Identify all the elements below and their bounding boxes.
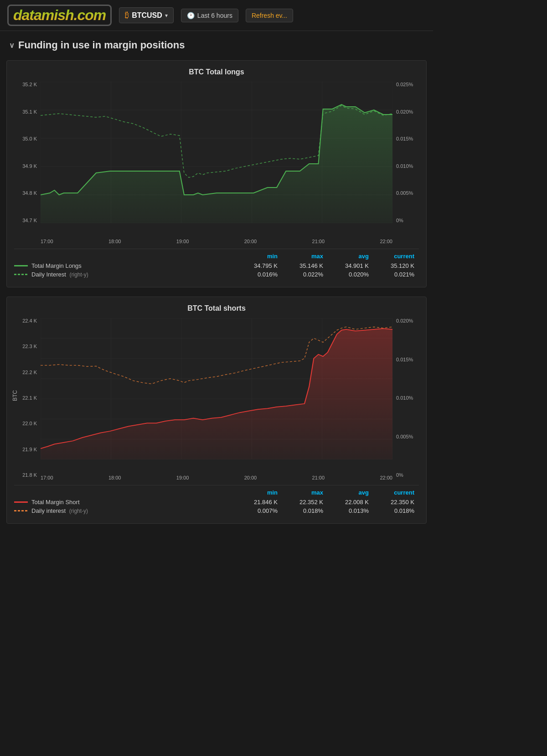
longs-chart-title: BTC Total longs	[14, 68, 419, 76]
shorts-s1-max: 22.352 K	[282, 499, 328, 506]
shorts-s1-min: 21.846 K	[237, 499, 282, 506]
shorts-header-max: max	[278, 489, 323, 496]
shorts-line-solid	[14, 501, 28, 503]
longs-s1-min: 34.795 K	[237, 262, 282, 269]
header: datamish.com ₿ BTCUSD ▾ 🕐 Last 6 hours R…	[0, 0, 433, 31]
longs-series-2-name: Daily Interest (right-y)	[31, 271, 237, 278]
chevron-icon[interactable]: ∨	[9, 41, 15, 50]
longs-s1-avg: 34.901 K	[328, 262, 373, 269]
longs-line-dashed	[14, 274, 28, 275]
shorts-chart-svg	[41, 318, 392, 478]
dropdown-arrow-icon: ▾	[165, 12, 168, 19]
longs-line-solid	[14, 265, 28, 266]
shorts-chart-area: BTC 22.4 K 22.3 K 22.2 K 22.1 K 22.0 K 2…	[14, 318, 419, 473]
shorts-series-1-values: 21.846 K 22.352 K 22.008 K 22.350 K	[237, 499, 419, 506]
pair-selector[interactable]: ₿ BTCUSD ▾	[119, 7, 174, 23]
shorts-s2-current: 0.018%	[373, 507, 419, 514]
longs-series-2-values: 0.016% 0.022% 0.020% 0.021%	[237, 271, 419, 278]
shorts-series-2-values: 0.007% 0.018% 0.013% 0.018%	[237, 507, 419, 514]
longs-chart-svg	[41, 82, 392, 223]
longs-series-1-name: Total Margin Longs	[31, 262, 237, 269]
longs-s2-min: 0.016%	[237, 271, 282, 278]
section-title: ∨ Funding in use in margin positions	[0, 31, 433, 56]
shorts-header-min: min	[232, 489, 278, 496]
longs-header-max: max	[278, 253, 323, 260]
longs-y-axis-left: 35.2 K 35.1 K 35.0 K 34.9 K 34.8 K 34.7 …	[14, 82, 41, 223]
longs-y-axis-right: 0.025% 0.020% 0.015% 0.010% 0.005% 0%	[392, 82, 419, 223]
longs-row-1: Total Margin Longs 34.795 K 35.146 K 34.…	[14, 262, 419, 269]
longs-chart-container: BTC Total longs 35.2 K 35.1 K 35.0 K 34.…	[6, 60, 427, 287]
longs-legend-header: min max avg current	[14, 253, 419, 260]
shorts-legend: min max avg current Total Margin Short 2…	[14, 485, 419, 514]
shorts-s1-avg: 22.008 K	[328, 499, 373, 506]
shorts-row-1: Total Margin Short 21.846 K 22.352 K 22.…	[14, 499, 419, 506]
shorts-y-axis-right: 0.020% 0.015% 0.010% 0.005% 0%	[392, 318, 419, 478]
shorts-legend-header: min max avg current	[14, 489, 419, 496]
shorts-s2-min: 0.007%	[237, 507, 282, 514]
shorts-series-1-name: Total Margin Short	[31, 499, 237, 506]
longs-header-current: current	[369, 253, 414, 260]
time-label: Last 6 hours	[197, 12, 232, 19]
longs-header-min: min	[232, 253, 278, 260]
longs-chart-area: 35.2 K 35.1 K 35.0 K 34.9 K 34.8 K 34.7 …	[14, 82, 419, 237]
btc-y-label: BTC	[12, 390, 18, 401]
longs-series-1-values: 34.795 K 35.146 K 34.901 K 35.120 K	[237, 262, 419, 269]
section-heading: Funding in use in margin positions	[18, 39, 185, 51]
shorts-s2-avg: 0.013%	[328, 507, 373, 514]
longs-s2-current: 0.021%	[373, 271, 419, 278]
shorts-header-avg: avg	[323, 489, 369, 496]
longs-s2-avg: 0.020%	[328, 271, 373, 278]
shorts-line-dashed	[14, 510, 28, 511]
shorts-chart-container: BTC Total shorts BTC 22.4 K 22.3 K 22.2 …	[6, 297, 427, 524]
longs-header-avg: avg	[323, 253, 369, 260]
time-selector[interactable]: 🕐 Last 6 hours	[181, 9, 238, 22]
longs-s1-max: 35.146 K	[282, 262, 328, 269]
pair-label: BTCUSD	[132, 11, 162, 20]
refresh-button[interactable]: Refresh ev...	[246, 9, 293, 22]
shorts-s1-current: 22.350 K	[373, 499, 419, 506]
longs-legend: min max avg current Total Margin Longs 3…	[14, 249, 419, 278]
logo: datamish.com	[7, 5, 112, 26]
longs-s1-current: 35.120 K	[373, 262, 419, 269]
shorts-header-current: current	[369, 489, 414, 496]
longs-x-axis: 17:00 18:00 19:00 20:00 21:00 22:00	[14, 237, 419, 244]
clock-icon: 🕐	[187, 12, 195, 19]
shorts-series-2-name: Daily interest (right-y)	[31, 507, 237, 514]
shorts-chart-title: BTC Total shorts	[14, 304, 419, 313]
longs-s2-max: 0.022%	[282, 271, 328, 278]
longs-row-2: Daily Interest (right-y) 0.016% 0.022% 0…	[14, 271, 419, 278]
btc-icon: ₿	[125, 10, 129, 20]
shorts-row-2: Daily interest (right-y) 0.007% 0.018% 0…	[14, 507, 419, 514]
shorts-s2-max: 0.018%	[282, 507, 328, 514]
